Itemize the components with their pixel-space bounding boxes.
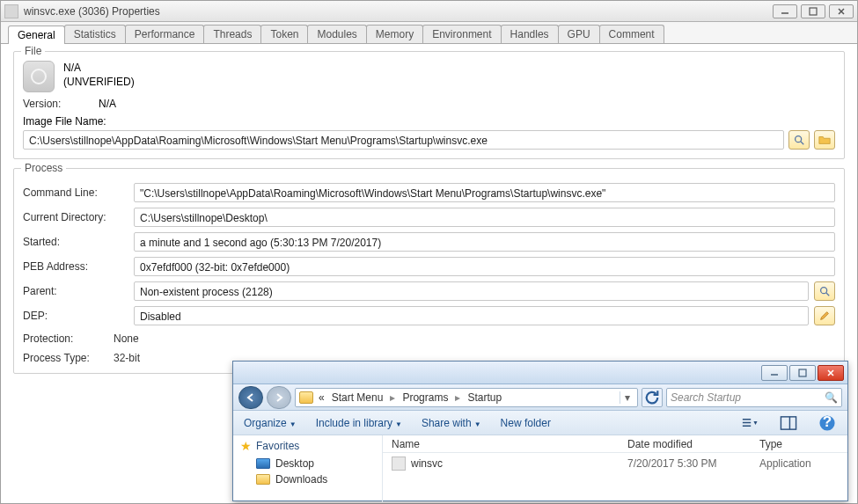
process-type-value: 32-bit <box>114 352 140 364</box>
command-line-label: Command Line: <box>23 186 128 199</box>
file-type: Application <box>751 457 847 470</box>
tab-token[interactable]: Token <box>260 25 308 43</box>
column-name[interactable]: Name <box>383 438 619 450</box>
explorer-minimize-button[interactable] <box>761 365 788 381</box>
tab-handles[interactable]: Handles <box>501 25 559 43</box>
file-verified-line: (UNVERIFIED) <box>63 75 135 89</box>
refresh-button[interactable] <box>642 388 663 407</box>
star-icon: ★ <box>240 439 252 453</box>
window-title: winsvc.exe (3036) Properties <box>24 5 773 18</box>
chevron-right-icon[interactable]: ▸ <box>453 391 462 404</box>
breadcrumb-start-menu[interactable]: Start Menu <box>330 391 385 404</box>
tab-gpu[interactable]: GPU <box>558 25 600 43</box>
file-date: 7/20/2017 5:30 PM <box>619 457 751 470</box>
explorer-toolbar: Organize▼ Include in library▼ Share with… <box>233 411 847 435</box>
search-input[interactable]: Search Startup 🔍 <box>666 388 842 407</box>
command-line-field[interactable]: "C:\Users\stillnope\AppData\Roaming\Micr… <box>134 183 835 202</box>
explorer-list-pane: Name Date modified Type winsvc 7/20/2017… <box>383 435 847 502</box>
explorer-close-button[interactable] <box>818 365 844 381</box>
favorites-header[interactable]: ★ Favorites <box>240 439 375 453</box>
properties-titlebar[interactable]: winsvc.exe (3036) Properties <box>1 1 857 22</box>
tab-statistics[interactable]: Statistics <box>64 25 126 43</box>
view-options-button[interactable]: ▼ <box>740 414 759 432</box>
sidebar-item-desktop[interactable]: Desktop <box>240 456 375 471</box>
address-dropdown-button[interactable]: ▾ <box>620 391 634 404</box>
tab-memory[interactable]: Memory <box>366 25 423 43</box>
search-icon[interactable]: 🔍 <box>825 391 838 404</box>
folder-icon <box>299 391 313 404</box>
preview-pane-button[interactable] <box>779 414 798 432</box>
sidebar-item-downloads[interactable]: Downloads <box>240 471 375 487</box>
process-type-label: Process Type: <box>23 352 106 364</box>
tab-comment[interactable]: Comment <box>599 25 664 43</box>
list-item[interactable]: winsvc 7/20/2017 5:30 PM Application <box>383 453 847 474</box>
address-bar[interactable]: « Start Menu ▸ Programs ▸ Startup ▾ <box>295 388 638 407</box>
organize-menu[interactable]: Organize▼ <box>244 417 297 429</box>
desktop-icon <box>256 458 270 469</box>
window-icon <box>4 4 18 18</box>
tab-strip: General Statistics Performance Threads T… <box>1 22 857 44</box>
breadcrumb-lead[interactable]: « <box>317 391 326 404</box>
column-headers: Name Date modified Type <box>383 435 847 453</box>
svg-point-1 <box>796 136 802 142</box>
image-file-name-label: Image File Name: <box>23 115 835 128</box>
file-name: winsvc <box>411 457 443 470</box>
svg-rect-0 <box>810 8 817 15</box>
breadcrumb-startup[interactable]: Startup <box>466 391 503 404</box>
minimize-button[interactable] <box>773 4 797 18</box>
breadcrumb-programs[interactable]: Programs <box>400 391 450 404</box>
column-type[interactable]: Type <box>751 438 847 450</box>
favorites-label: Favorites <box>256 440 299 452</box>
version-value: N/A <box>99 98 116 110</box>
peb-address-field[interactable]: 0x7efdf000 (32-bit: 0x7efde000) <box>134 257 835 276</box>
explorer-maximize-button[interactable] <box>789 365 816 381</box>
column-date-modified[interactable]: Date modified <box>619 438 751 450</box>
application-icon <box>392 457 406 471</box>
tab-threads[interactable]: Threads <box>203 25 261 43</box>
open-folder-button[interactable] <box>814 130 835 150</box>
close-button[interactable] <box>829 4 854 18</box>
current-directory-field[interactable]: C:\Users\stillnope\Desktop\ <box>134 208 835 227</box>
protection-value: None <box>114 332 139 345</box>
explorer-titlebar[interactable] <box>233 362 847 384</box>
edit-dep-button[interactable] <box>814 306 835 325</box>
downloads-icon <box>256 474 270 485</box>
search-placeholder: Search Startup <box>671 391 825 404</box>
process-group-legend: Process <box>21 162 66 174</box>
back-button[interactable] <box>238 386 263 409</box>
version-label: Version: <box>23 98 93 110</box>
include-in-library-menu[interactable]: Include in library▼ <box>316 417 402 429</box>
maximize-button[interactable] <box>801 4 825 18</box>
svg-rect-3 <box>799 369 806 376</box>
file-icon <box>23 61 55 92</box>
svg-rect-4 <box>781 416 796 428</box>
started-label: Started: <box>23 236 128 248</box>
peb-address-label: PEB Address: <box>23 260 128 273</box>
started-field[interactable]: a minute and 1 second ago (5:30:13 PM 7/… <box>134 232 835 252</box>
forward-button[interactable] <box>267 386 291 409</box>
inspect-file-button[interactable] <box>788 130 810 150</box>
svg-text:?: ? <box>823 414 832 430</box>
explorer-navbar: « Start Menu ▸ Programs ▸ Startup ▾ Sear… <box>233 384 847 411</box>
help-button[interactable]: ? <box>818 414 837 432</box>
file-group-legend: File <box>21 45 45 57</box>
image-file-name-field[interactable]: C:\Users\stillnope\AppData\Roaming\Micro… <box>23 130 784 150</box>
dep-field[interactable]: Disabled <box>134 306 809 325</box>
file-group: File N/A (UNVERIFIED) Version: N/A Image… <box>13 51 845 159</box>
properties-body: File N/A (UNVERIFIED) Version: N/A Image… <box>1 44 857 390</box>
tab-general[interactable]: General <box>8 26 65 44</box>
tab-modules[interactable]: Modules <box>307 25 366 43</box>
parent-field[interactable]: Non-existent process (2128) <box>134 281 809 301</box>
explorer-window: « Start Menu ▸ Programs ▸ Startup ▾ Sear… <box>232 361 848 501</box>
share-with-menu[interactable]: Share with▼ <box>422 417 481 429</box>
tab-performance[interactable]: Performance <box>125 25 205 43</box>
current-directory-label: Current Directory: <box>23 211 128 223</box>
new-folder-button[interactable]: New folder <box>501 417 551 429</box>
chevron-right-icon[interactable]: ▸ <box>388 391 397 404</box>
parent-label: Parent: <box>23 285 128 297</box>
tab-environment[interactable]: Environment <box>422 25 501 43</box>
inspect-parent-button[interactable] <box>814 281 835 301</box>
svg-point-2 <box>821 288 827 294</box>
dep-label: DEP: <box>23 310 128 322</box>
file-name-line: N/A <box>63 61 135 75</box>
